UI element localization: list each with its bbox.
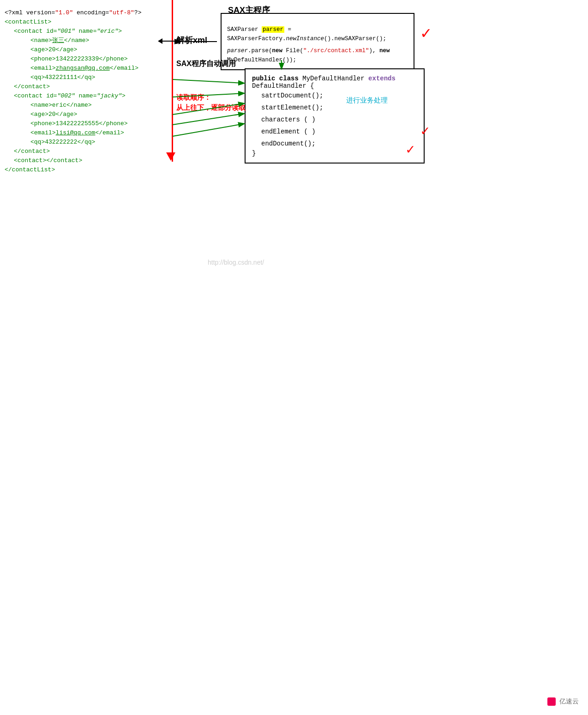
label-jiexi: 解析xml <box>176 35 207 46</box>
xml-line-9: </contact> <box>5 82 171 91</box>
xml-line-11: <name>eric</name> <box>5 101 171 110</box>
handler-line2: DefaultHandler { <box>252 82 417 90</box>
label-sax-auto: SAX程序自动调用 <box>176 59 236 69</box>
xml-line-10: <contact id="002" name="jacky"> <box>5 91 171 101</box>
handler-close: } <box>252 150 417 157</box>
xml-line-18: </contactList> <box>5 165 171 175</box>
handler-box: public class MyDefaultHandler extends De… <box>245 68 425 164</box>
sax-main-box: SAXParser parser = SAXParserFactory.newI… <box>221 13 414 70</box>
xml-line-16: </contact> <box>5 147 171 156</box>
handler-method-1: satrtDocument(); <box>252 90 417 102</box>
xml-line-5: <age>20</age> <box>5 45 171 55</box>
label-yewu: 进行业务处理 <box>346 96 388 105</box>
xml-line-7: <email>zhangsan@qq.com</email> <box>5 64 171 73</box>
label-dushun: 读取顺序： 从上往下，逐部分读取 <box>176 92 246 113</box>
sax-line2: parser.parse(new File("./src/contact.xml… <box>227 46 408 65</box>
checkmark-1: ✓ <box>421 23 431 43</box>
label-dushun-body: 从上往下，逐部分读取 <box>176 103 246 113</box>
xml-line-4: <name>张三</name> <box>5 36 171 45</box>
handler-line1: public class MyDefaultHandler extends <box>252 75 417 82</box>
handler-method-5: endDocument(); <box>252 138 417 150</box>
svg-line-0 <box>173 79 244 83</box>
xml-line-17: <contact></contact> <box>5 156 171 165</box>
xml-line-14: <email>lisi@qq.com</email> <box>5 128 171 138</box>
logo-icon <box>547 697 556 706</box>
xml-line-8: <qq>432221111</qq> <box>5 73 171 82</box>
watermark: http://blog.csdn.net/ <box>208 259 264 266</box>
label-dushun-title: 读取顺序： <box>176 92 246 103</box>
logo-bottom-right: 亿速云 <box>547 697 579 706</box>
handler-method-3: characters ( ) <box>252 114 417 126</box>
logo-text: 亿速云 <box>559 697 579 705</box>
xml-line-3: <contact id="001" name="eric"> <box>5 27 171 36</box>
xml-line-2: <contactList> <box>5 18 171 27</box>
xml-line-6: <phone>134222223339</phone> <box>5 55 171 64</box>
sax-line1: SAXParser parser = SAXParserFactory.newI… <box>227 25 408 43</box>
handler-method-2: startElemenet(); <box>252 102 417 114</box>
svg-line-4 <box>173 124 244 136</box>
xml-line-12: <age>20</age> <box>5 110 171 119</box>
arrow-left-jiexi <box>162 41 175 42</box>
xml-line-15: <qq>432222222</qq> <box>5 138 171 147</box>
svg-line-3 <box>173 114 244 125</box>
xml-line-1: <?xml version="1.0" encoding="utf-8"?> <box>5 8 171 18</box>
xml-line-13: <phone>134222225555</phone> <box>5 119 171 128</box>
checkmark-3: ✓ <box>406 141 414 158</box>
red-vertical-line <box>172 0 173 162</box>
handler-method-4: endElement ( ) <box>252 126 417 138</box>
checkmark-2: ✓ <box>421 122 429 139</box>
xml-code-block: <?xml version="1.0" encoding="utf-8"?> <… <box>5 8 171 175</box>
